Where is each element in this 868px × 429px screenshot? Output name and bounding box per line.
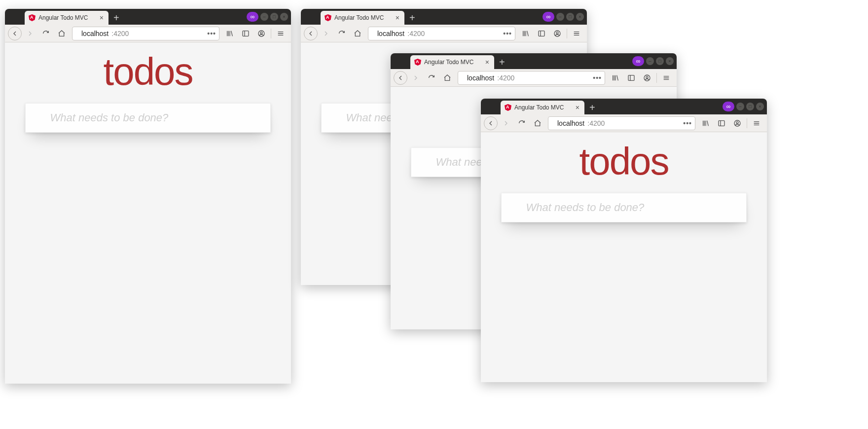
library-button[interactable] [518,26,533,41]
window-maximize-button[interactable]: □ [270,13,278,21]
reload-button[interactable] [334,26,349,41]
close-tab-icon[interactable]: × [575,104,580,111]
tab-title: Angular Todo MVC [514,104,572,111]
home-button[interactable] [440,71,455,85]
forward-button[interactable] [499,116,513,131]
svg-point-2 [260,32,262,34]
new-tab-button[interactable]: + [108,11,124,25]
browser-toolbar: localhost:4200 ••• [391,69,677,87]
window-close-button[interactable]: × [576,13,584,21]
incognito-icon: ∞ [247,12,258,22]
sidebar-button[interactable] [238,26,253,41]
new-todo-input[interactable] [26,104,271,132]
browser-tab[interactable]: Angular Todo MVC × [501,101,584,114]
back-button[interactable] [484,116,498,130]
titlebar-controls: ∞ – □ × [632,56,674,66]
back-button[interactable] [8,27,22,40]
todo-heading: todos [579,139,669,184]
angular-icon [29,14,36,21]
close-tab-icon[interactable]: × [484,58,490,66]
sidebar-button[interactable] [534,26,549,41]
window-titlebar: Angular Todo MVC × + ∞ – □ × [391,53,677,69]
page-actions-icon[interactable]: ••• [593,74,602,82]
new-todo-input[interactable] [502,193,747,222]
reload-button[interactable] [514,116,529,131]
incognito-icon: ∞ [542,12,554,22]
incognito-icon: ∞ [632,56,644,66]
menu-button[interactable] [273,26,288,41]
forward-button[interactable] [408,71,423,85]
browser-tab[interactable]: Angular Todo MVC × [410,55,494,69]
svg-point-8 [646,76,648,78]
url-host: localhost [377,30,404,37]
window-maximize-button[interactable]: □ [746,103,754,110]
forward-button[interactable] [23,26,37,41]
window-minimize-button[interactable]: – [646,57,654,65]
browser-window: Angular Todo MVC × + ∞ – □ × localhost:4… [5,9,291,384]
menu-button[interactable] [659,71,674,85]
new-tab-button[interactable]: + [584,101,600,114]
sidebar-button[interactable] [714,116,729,131]
page-actions-icon[interactable]: ••• [207,30,216,37]
close-tab-icon[interactable]: × [99,14,105,22]
page-actions-icon[interactable]: ••• [503,30,512,37]
new-tab-button[interactable]: + [494,55,510,69]
page-content: todos [5,42,291,384]
browser-toolbar: localhost:4200 ••• [5,25,291,42]
new-tab-button[interactable]: + [404,11,420,25]
url-host: localhost [557,119,584,127]
tab-title: Angular Todo MVC [38,14,96,21]
back-button[interactable] [394,71,407,85]
close-tab-icon[interactable]: × [395,14,400,22]
tab-title: Angular Todo MVC [424,59,481,66]
url-bar[interactable]: localhost:4200 ••• [368,27,515,40]
menu-button[interactable] [749,116,764,131]
url-port: :4200 [407,30,425,37]
forward-button[interactable] [319,26,333,41]
window-maximize-button[interactable]: □ [566,13,574,21]
sidebar-button[interactable] [624,71,639,85]
svg-rect-3 [539,31,544,36]
url-bar[interactable]: localhost:4200 ••• [72,27,219,40]
angular-icon [414,59,421,66]
page-actions-icon[interactable]: ••• [683,119,692,127]
back-button[interactable] [304,27,318,40]
url-host: localhost [81,30,108,37]
window-close-button[interactable]: × [280,13,288,21]
titlebar-controls: ∞ – □ × [723,102,764,111]
window-minimize-button[interactable]: – [260,13,268,21]
library-button[interactable] [608,71,623,85]
url-bar[interactable]: localhost:4200 ••• [458,71,605,85]
todo-heading: todos [104,49,193,94]
library-button[interactable] [698,116,713,131]
browser-toolbar: localhost:4200 ••• [301,25,587,42]
account-button[interactable] [640,71,654,85]
library-button[interactable] [222,26,237,41]
browser-tab[interactable]: Angular Todo MVC × [25,11,108,25]
account-button[interactable] [550,26,565,41]
tab-title: Angular Todo MVC [334,14,392,21]
home-button[interactable] [530,116,545,131]
titlebar-controls: ∞ – □ × [247,12,288,22]
home-button[interactable] [350,26,365,41]
svg-rect-9 [719,120,724,126]
angular-icon [505,104,511,111]
account-button[interactable] [730,116,745,131]
titlebar-controls: ∞ – □ × [542,12,584,22]
window-maximize-button[interactable]: □ [656,57,664,65]
url-bar[interactable]: localhost:4200 ••• [548,116,695,130]
window-close-button[interactable]: × [666,57,674,65]
browser-tab[interactable]: Angular Todo MVC × [321,11,404,25]
url-port: :4200 [497,74,514,82]
reload-button[interactable] [38,26,53,41]
reload-button[interactable] [424,71,439,85]
url-host: localhost [467,74,494,82]
account-button[interactable] [254,26,269,41]
menu-button[interactable] [569,26,584,41]
window-minimize-button[interactable]: – [556,13,564,21]
url-port: :4200 [587,119,605,127]
window-minimize-button[interactable]: – [736,103,744,110]
home-button[interactable] [54,26,69,41]
window-close-button[interactable]: × [756,103,764,110]
svg-point-5 [556,32,558,34]
